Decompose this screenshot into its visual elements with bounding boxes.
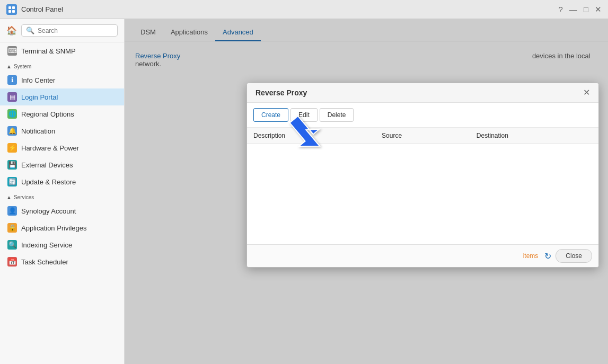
- title-bar: Control Panel ? — □ ✕: [0, 0, 608, 19]
- maximize-button[interactable]: □: [584, 5, 588, 14]
- modal-header: Reverse Proxy ✕: [247, 83, 598, 103]
- sidebar-home: 🏠 🔍: [0, 19, 124, 42]
- sidebar-section-system: ▲ System: [0, 59, 124, 72]
- collapse-icon: ▲: [6, 64, 12, 69]
- svg-rect-1: [12, 6, 15, 9]
- search-input[interactable]: [38, 27, 113, 34]
- info-center-icon: ℹ: [7, 75, 17, 85]
- sidebar-item-label: Notification: [21, 127, 55, 135]
- login-portal-icon: ▤: [7, 92, 17, 102]
- sidebar-item-hardware-power[interactable]: ⚡ Hardware & Power: [0, 139, 124, 156]
- sidebar-item-label: Info Center: [21, 76, 55, 84]
- sidebar-item-regional-options[interactable]: 🌐 Regional Options: [0, 105, 124, 122]
- minimize-button[interactable]: —: [569, 5, 577, 14]
- sidebar-item-terminal[interactable]: ⌨ Terminal & SNMP: [0, 42, 124, 59]
- modal-close-button[interactable]: ✕: [583, 88, 590, 97]
- col-description: Description: [247, 128, 375, 144]
- modal-toolbar: Create Edit Delete: [247, 103, 598, 128]
- section-label: Services: [14, 194, 34, 200]
- search-icon: 🔍: [26, 26, 34, 34]
- sidebar-item-synology-account[interactable]: 👤 Synology Account: [0, 202, 124, 219]
- items-count: items: [253, 252, 538, 260]
- sidebar-item-application-privileges[interactable]: 🔒 Application Privileges: [0, 219, 124, 236]
- hardware-power-icon: ⚡: [7, 143, 17, 153]
- sidebar-item-label: Login Portal: [21, 93, 58, 101]
- section-label: System: [14, 64, 31, 69]
- modal-close-footer-button[interactable]: Close: [556, 249, 592, 263]
- sidebar-item-external-devices[interactable]: 💾 External Devices: [0, 156, 124, 173]
- app-icon: [6, 4, 17, 15]
- content-area: DSM Applications Advanced Reverse Proxy …: [125, 19, 608, 364]
- collapse-icon: ▲: [6, 194, 12, 200]
- col-destination: Destination: [470, 128, 598, 144]
- sidebar-item-login-portal[interactable]: ▤ Login Portal: [0, 88, 124, 105]
- home-icon[interactable]: 🏠: [6, 25, 17, 35]
- edit-button[interactable]: Edit: [290, 108, 318, 122]
- update-restore-icon: 🔄: [7, 177, 17, 187]
- help-button[interactable]: ?: [559, 5, 563, 14]
- indexing-service-icon: 🔍: [7, 240, 17, 250]
- regional-options-icon: 🌐: [7, 109, 17, 119]
- main-layout: 🏠 🔍 ⌨ Terminal & SNMP ▲ System ℹ Info Ce…: [0, 19, 608, 364]
- sidebar-item-task-scheduler[interactable]: 📅 Task Scheduler: [0, 253, 124, 270]
- create-button[interactable]: Create: [253, 108, 288, 122]
- sidebar-item-label: Task Scheduler: [21, 258, 68, 266]
- col-source: Source: [375, 128, 470, 144]
- sidebar-item-indexing-service[interactable]: 🔍 Indexing Service: [0, 236, 124, 253]
- modal-title: Reverse Proxy: [255, 88, 307, 97]
- sidebar-item-info-center[interactable]: ℹ Info Center: [0, 72, 124, 88]
- external-devices-icon: 💾: [7, 160, 17, 170]
- modal-table-container: Description Source Destination: [247, 128, 598, 244]
- table-header-row: Description Source Destination: [247, 128, 598, 144]
- sidebar-item-label: Update & Restore: [21, 178, 76, 186]
- sidebar-item-label: Application Privileges: [21, 224, 87, 232]
- title-bar-left: Control Panel: [6, 4, 63, 15]
- sidebar-item-notification[interactable]: 🔔 Notification: [0, 122, 124, 139]
- application-privileges-icon: 🔒: [7, 223, 17, 233]
- sidebar-item-label: Hardware & Power: [21, 144, 79, 152]
- search-box[interactable]: 🔍: [21, 24, 118, 37]
- sidebar-item-update-restore[interactable]: 🔄 Update & Restore: [0, 173, 124, 190]
- sidebar: 🏠 🔍 ⌨ Terminal & SNMP ▲ System ℹ Info Ce…: [0, 19, 125, 364]
- close-button[interactable]: ✕: [595, 5, 602, 14]
- modal-footer: items ↻ Close: [247, 244, 598, 267]
- window-controls: ? — □ ✕: [559, 5, 602, 14]
- synology-account-icon: 👤: [7, 206, 17, 216]
- sidebar-item-label: Synology Account: [21, 207, 76, 215]
- modal-table: Description Source Destination: [247, 128, 598, 144]
- sidebar-section-services: ▲ Services: [0, 190, 124, 202]
- svg-rect-0: [8, 6, 11, 9]
- terminal-icon: ⌨: [7, 46, 17, 56]
- sidebar-item-label: Terminal & SNMP: [21, 47, 76, 55]
- reverse-proxy-modal: Reverse Proxy ✕ Create Edit Delete Descr…: [246, 83, 599, 268]
- task-scheduler-icon: 📅: [7, 257, 17, 267]
- sidebar-item-label: External Devices: [21, 161, 73, 169]
- sidebar-item-label: Regional Options: [21, 110, 74, 118]
- sidebar-item-label: Indexing Service: [21, 241, 72, 249]
- delete-button[interactable]: Delete: [320, 108, 354, 122]
- svg-rect-3: [12, 10, 15, 13]
- notification-icon: 🔔: [7, 126, 17, 136]
- window-title: Control Panel: [21, 5, 63, 13]
- svg-rect-2: [8, 10, 11, 13]
- refresh-icon[interactable]: ↻: [544, 251, 551, 261]
